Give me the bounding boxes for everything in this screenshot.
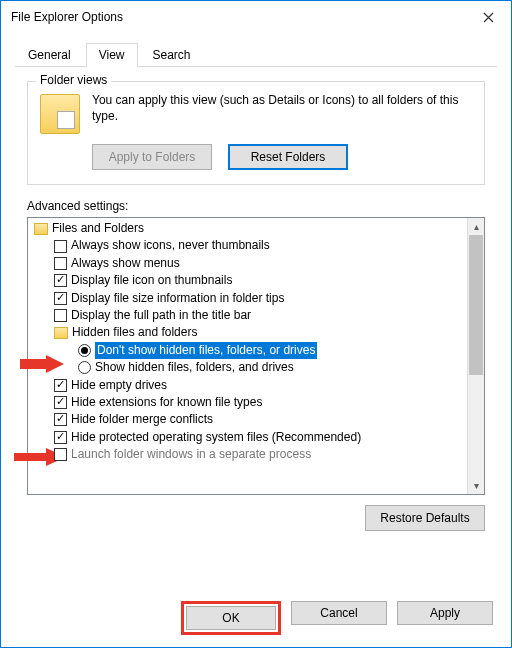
checkbox-icon[interactable] [54, 396, 67, 409]
tree-item-full-path-title[interactable]: Display the full path in the title bar [30, 307, 465, 324]
advanced-settings-label: Advanced settings: [27, 199, 485, 213]
scroll-down-icon[interactable]: ▾ [468, 477, 485, 494]
apply-button[interactable]: Apply [397, 601, 493, 625]
window-title: File Explorer Options [11, 10, 465, 24]
tab-view[interactable]: View [86, 43, 138, 67]
tree-item-hide-protected[interactable]: Hide protected operating system files (R… [30, 429, 465, 446]
tab-strip: General View Search [15, 43, 497, 67]
checkbox-icon[interactable] [54, 274, 67, 287]
tree-item-file-icon-thumb[interactable]: Display file icon on thumbnails [30, 272, 465, 289]
folder-views-icon [40, 94, 80, 134]
scrollbar[interactable]: ▴ ▾ [467, 218, 484, 494]
tab-search[interactable]: Search [140, 43, 204, 67]
tree-item-dont-show-hidden[interactable]: Don't show hidden files, folders, or dri… [30, 342, 465, 359]
checkbox-icon[interactable] [54, 257, 67, 270]
restore-defaults-button[interactable]: Restore Defaults [365, 505, 485, 531]
close-button[interactable] [465, 1, 511, 33]
tab-page-view: Folder views You can apply this view (su… [15, 67, 497, 541]
checkbox-icon[interactable] [54, 292, 67, 305]
tree-item-launch-separate[interactable]: Launch folder windows in a separate proc… [30, 446, 465, 463]
advanced-settings-tree[interactable]: Files and Folders Always show icons, nev… [27, 217, 485, 495]
tab-general[interactable]: General [15, 43, 84, 67]
scroll-up-icon[interactable]: ▴ [468, 218, 485, 235]
folder-icon [54, 327, 68, 339]
tree-item-show-menus[interactable]: Always show menus [30, 255, 465, 272]
annotation-ok-highlight: OK [181, 601, 281, 635]
tree-item-hide-ext[interactable]: Hide extensions for known file types [30, 394, 465, 411]
dialog-footer: OK Cancel Apply [19, 601, 493, 635]
folder-views-text: You can apply this view (such as Details… [92, 92, 472, 124]
tree-item-show-icons[interactable]: Always show icons, never thumbnails [30, 237, 465, 254]
cancel-button[interactable]: Cancel [291, 601, 387, 625]
radio-icon[interactable] [78, 361, 91, 374]
dialog-window: File Explorer Options General View Searc… [0, 0, 512, 648]
ok-button[interactable]: OK [186, 606, 276, 630]
tree-item-file-size-tips[interactable]: Display file size information in folder … [30, 290, 465, 307]
tree-item-hide-empty[interactable]: Hide empty drives [30, 377, 465, 394]
apply-to-folders-button: Apply to Folders [92, 144, 212, 170]
titlebar: File Explorer Options [1, 1, 511, 33]
checkbox-icon[interactable] [54, 448, 67, 461]
folder-views-legend: Folder views [36, 73, 111, 87]
tree-item-hide-merge[interactable]: Hide folder merge conflicts [30, 411, 465, 428]
checkbox-icon[interactable] [54, 431, 67, 444]
tree-root[interactable]: Files and Folders [30, 220, 465, 237]
checkbox-icon[interactable] [54, 309, 67, 322]
checkbox-icon[interactable] [54, 240, 67, 253]
radio-icon[interactable] [78, 344, 91, 357]
scroll-thumb[interactable] [469, 235, 483, 375]
folder-icon [34, 223, 48, 235]
folder-views-group: Folder views You can apply this view (su… [27, 81, 485, 185]
checkbox-icon[interactable] [54, 413, 67, 426]
reset-folders-button[interactable]: Reset Folders [228, 144, 348, 170]
tree-item-show-hidden[interactable]: Show hidden files, folders, and drives [30, 359, 465, 376]
checkbox-icon[interactable] [54, 379, 67, 392]
tree-root-label: Files and Folders [52, 220, 144, 237]
tree-item-hidden-group[interactable]: Hidden files and folders [30, 324, 465, 341]
